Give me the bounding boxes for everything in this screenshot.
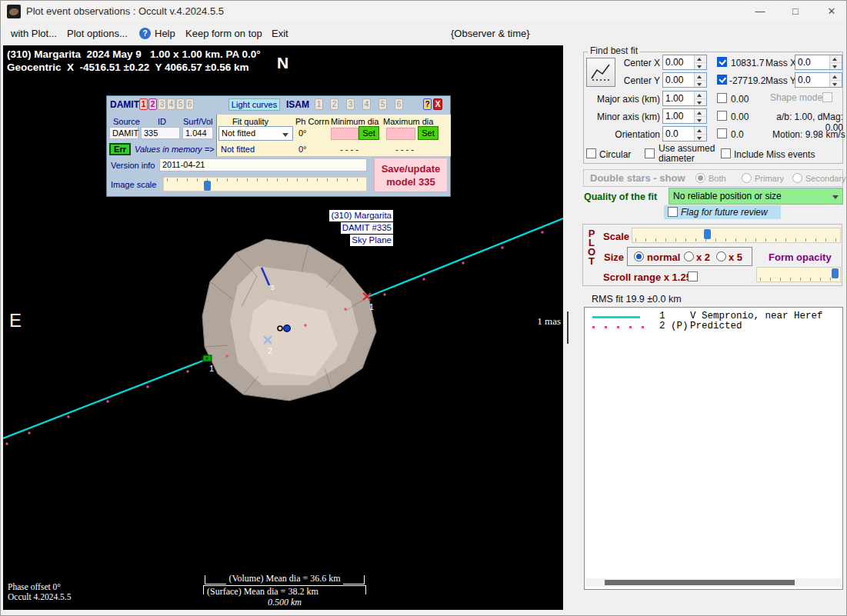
spin-down-icon[interactable] [695, 117, 706, 124]
spin-up-icon[interactable] [695, 55, 706, 63]
min-dia-field[interactable] [331, 128, 358, 140]
fit-y-checkbox[interactable] [717, 75, 727, 85]
mass-x-label: Mass X [765, 58, 796, 68]
light-curves-button[interactable]: Light curves [228, 98, 280, 111]
isam-tab-3[interactable]: 3 [346, 98, 355, 110]
circular-label: Circular [599, 149, 631, 160]
orientation-label: Orientation [592, 129, 660, 140]
isam-tab-6[interactable]: 6 [395, 98, 403, 110]
spin-up-icon[interactable] [695, 92, 706, 99]
asteroid-shape-model[interactable] [202, 239, 376, 401]
source-field[interactable]: DAMIT [109, 127, 138, 139]
damit-tab-5[interactable]: 5 [176, 98, 185, 110]
volume-diameter-bracket: (Volume) Mean dia = 36.6 km [205, 574, 365, 584]
isam-tab-1[interactable]: 1 [315, 98, 323, 110]
close-button[interactable]: ✕ [819, 1, 845, 22]
damit-tab-3[interactable]: 3 [158, 98, 166, 110]
id-field[interactable]: 335 [141, 127, 180, 139]
major-axis-value[interactable]: 1.00 [663, 92, 694, 105]
set-max-dia-button[interactable]: Set [418, 126, 439, 140]
max-dia-field[interactable] [386, 128, 415, 140]
center-y-spinner[interactable]: 0.00 [662, 72, 707, 88]
spin-down-icon[interactable] [695, 99, 706, 106]
spin-down-icon[interactable] [695, 135, 706, 142]
double-secondary-radio[interactable] [792, 173, 802, 183]
menu-keep-on-top[interactable]: Keep form on top [185, 28, 262, 39]
image-scale-slider[interactable] [163, 177, 367, 191]
version-info-field[interactable]: 2011-04-21 [159, 158, 367, 171]
center-x-spinner[interactable]: 0.00 [662, 55, 707, 70]
set-min-dia-button[interactable]: Set [358, 126, 379, 140]
damit-tab-6[interactable]: 6 [185, 98, 194, 110]
menu-plot-options[interactable]: Plot options... [67, 28, 128, 39]
title-bar[interactable]: Plot event observations : Occult v.4.202… [1, 1, 847, 22]
panel-close-button[interactable]: X [433, 98, 442, 110]
spin-down-icon[interactable] [695, 81, 706, 88]
scale-slider[interactable] [632, 228, 841, 243]
form-opacity-slider[interactable] [756, 267, 841, 282]
find-best-fit-button[interactable] [586, 58, 615, 87]
double-primary-radio[interactable] [742, 173, 752, 183]
quality-of-fit-dropdown[interactable]: No reliable position or size [669, 188, 843, 205]
center-x-value[interactable]: 0.00 [663, 55, 694, 69]
maximize-button[interactable]: □ [782, 1, 809, 22]
fit-quality-dropdown[interactable]: Not fitted [218, 126, 293, 141]
damit-tab-2[interactable]: 2 [148, 98, 157, 110]
minor-axis-value[interactable]: 1.00 [663, 109, 694, 123]
isam-tab-4[interactable]: 4 [362, 98, 371, 110]
damit-tab-1[interactable]: 1 [139, 98, 148, 110]
spin-down-icon[interactable] [830, 81, 842, 88]
bracket-line [343, 574, 364, 584]
err-button[interactable]: Err [109, 143, 131, 155]
circular-checkbox[interactable] [586, 148, 596, 158]
orientation-checkbox[interactable] [717, 128, 727, 138]
mass-y-value[interactable]: 0.0 [795, 73, 829, 87]
mass-y-spinner[interactable]: 0.0 [795, 72, 842, 88]
menu-with-plot[interactable]: with Plot... [11, 28, 57, 39]
size-x2-radio[interactable] [684, 251, 694, 261]
scrollbar-thumb[interactable] [605, 580, 795, 585]
minor-axis-checkbox[interactable] [717, 111, 727, 121]
orientation-value[interactable]: 0.0 [663, 127, 694, 141]
minor-axis-spinner[interactable]: 1.00 [662, 108, 707, 124]
green-marker-label: 1 [209, 364, 214, 373]
panel-help-button[interactable]: ? [423, 98, 432, 110]
spin-up-icon[interactable] [695, 127, 706, 135]
menu-help[interactable]: Help [155, 28, 175, 39]
major-axis-checkbox[interactable] [717, 93, 727, 103]
size-x5-radio[interactable] [716, 251, 726, 261]
menu-exit[interactable]: Exit [272, 28, 288, 39]
shape-model-checkbox[interactable] [822, 92, 832, 102]
mas-scale-bar [567, 311, 569, 344]
observation-description: V Sempronio, near Heref [690, 311, 823, 321]
observations-list[interactable]: 1 V Sempronio, near Heref 2 (P) Predicte… [584, 307, 843, 590]
spin-up-icon[interactable] [830, 73, 842, 81]
scroll-range-checkbox[interactable] [688, 271, 698, 281]
minimize-button[interactable]: — [747, 1, 773, 22]
fit-y-value: -27719.2 [729, 75, 765, 86]
double-both-radio[interactable] [695, 173, 705, 183]
orientation-spinner[interactable]: 0.0 [662, 126, 707, 142]
surfvol-field[interactable]: 1.044 [182, 127, 213, 139]
use-assumed-diameter-checkbox[interactable] [645, 148, 655, 158]
spin-down-icon[interactable] [830, 63, 842, 70]
isam-tab-5[interactable]: 5 [378, 98, 387, 110]
save-update-model-button[interactable]: Save/update model 335 [374, 158, 448, 192]
include-miss-events-checkbox[interactable] [721, 148, 731, 158]
damit-tab-4[interactable]: 4 [167, 98, 175, 110]
image-scale-slider-thumb[interactable] [204, 181, 211, 191]
center-y-value[interactable]: 0.00 [663, 73, 694, 87]
fit-x-checkbox[interactable] [717, 57, 727, 67]
horizontal-scrollbar[interactable] [586, 578, 841, 587]
mass-x-value[interactable]: 0.0 [795, 55, 829, 69]
size-normal-radio[interactable] [634, 251, 644, 261]
flag-review-checkbox[interactable] [668, 207, 678, 217]
spin-down-icon[interactable] [695, 63, 706, 70]
isam-tab-2[interactable]: 2 [330, 98, 338, 110]
major-axis-spinner[interactable]: 1.00 [662, 91, 707, 106]
spin-up-icon[interactable] [830, 55, 842, 63]
mass-x-spinner[interactable]: 0.0 [795, 55, 842, 70]
spin-up-icon[interactable] [695, 73, 706, 81]
spin-up-icon[interactable] [695, 109, 706, 117]
sky-plane-plot[interactable]: s 2 1 1 (310) Margarita 2024 May 9 1.00 … [3, 45, 563, 610]
